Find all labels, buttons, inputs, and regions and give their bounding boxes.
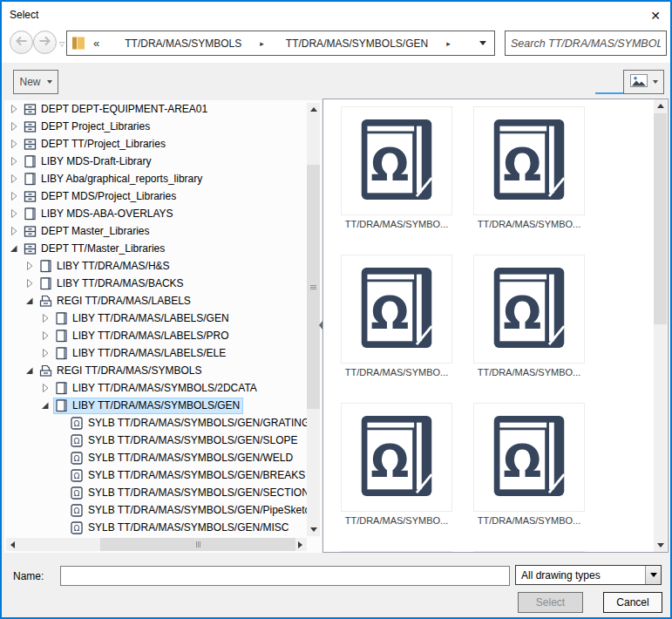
tree-item[interactable]: LIBY MDS-Draft-Library <box>4 153 306 170</box>
tree-item-content[interactable]: ΩSYLB TT/DRA/MAS/SYMBOLS/GEN/PipeSketch <box>70 503 318 518</box>
tree-item[interactable]: DEPT DEPT-EQUIPMENT-AREA01 <box>4 100 306 118</box>
tree-item-content[interactable]: DEPT Project_Libraries <box>23 119 153 134</box>
expander-collapsed-icon[interactable] <box>10 157 20 166</box>
tree-item-content[interactable]: DEPT DEPT-EQUIPMENT-AREA01 <box>23 102 210 117</box>
expander-expanded-icon[interactable] <box>25 366 36 375</box>
breadcrumb-item[interactable]: TT/DRA/MAS/SYMBOLS/GEN <box>284 37 430 50</box>
tree-item-content[interactable]: LIBY Aba/graphical_reports_library <box>23 172 205 187</box>
tree-item-content[interactable]: LIBY TT/DRA/MAS/SYMBOLS/2DCATA <box>54 381 260 396</box>
tree-item[interactable]: LIBY TT/DRA/MAS/H&S <box>4 257 306 275</box>
tree-item-content[interactable]: ΩSYLB TT/DRA/MAS/SYMBOLS/GEN/SECTIONS <box>70 486 319 500</box>
tree-item[interactable]: ΩSYLB TT/DRA/MAS/SYMBOLS/GEN/MISC <box>4 519 306 536</box>
tree-item-content[interactable]: ΩSYLB TT/DRA/MAS/SYMBOLS/GEN/MISC <box>70 520 292 535</box>
expander-collapsed-icon[interactable] <box>41 349 51 357</box>
tree-item-content-selected[interactable]: LIBY TT/DRA/MAS/SYMBOLS/GEN <box>54 398 242 413</box>
tree-item[interactable]: LIBY TT/DRA/MAS/BACKS <box>4 275 306 292</box>
expander-expanded-icon[interactable] <box>25 296 36 305</box>
expander-expanded-icon[interactable] <box>41 401 51 410</box>
file-thumbnail[interactable]: Ω <box>473 403 585 512</box>
tree-item[interactable]: DEPT MDS/Project_Libraries <box>4 187 306 205</box>
tree-item-content[interactable]: DEPT TT/Project_Libraries <box>23 137 168 152</box>
files-vscroll-thumb[interactable] <box>654 113 667 324</box>
breadcrumb-item[interactable]: TT/DRA/MAS/SYMBOLS <box>123 37 243 50</box>
tree-item-content[interactable]: DEPT MDS/Project_Libraries <box>23 189 179 204</box>
tree-item-content[interactable]: REGI TT/DRA/MAS/LABELS <box>38 294 193 309</box>
tree-item[interactable]: ΩSYLB TT/DRA/MAS/SYMBOLS/GEN/WELD <box>4 449 306 466</box>
search-input[interactable] <box>506 31 666 55</box>
tree-item-content[interactable]: ΩSYLB TT/DRA/MAS/SYMBOLS/GEN/GRATING <box>70 416 312 431</box>
combo-dropdown-button[interactable] <box>645 566 661 584</box>
expander-collapsed-icon[interactable] <box>10 174 20 183</box>
scroll-up-icon[interactable] <box>657 104 664 108</box>
back-button[interactable] <box>10 31 33 54</box>
drawing-type-combobox[interactable]: All drawing types <box>515 565 662 585</box>
crumb-separator-icon[interactable]: ▸ <box>446 39 451 48</box>
tree-item[interactable]: LIBY TT/DRA/MAS/LABELS/PRO <box>4 327 306 344</box>
expander-collapsed-icon[interactable] <box>25 262 36 270</box>
tree-item[interactable]: LIBY Aba/graphical_reports_library <box>4 170 306 187</box>
expander-collapsed-icon[interactable] <box>10 105 20 113</box>
select-button[interactable]: Select <box>518 592 583 613</box>
file-thumbnail[interactable]: Ω <box>341 255 452 364</box>
file-thumbnail[interactable]: Ω <box>341 551 452 553</box>
history-dropdown-icon[interactable]: ▽ <box>59 40 64 48</box>
breadcrumb[interactable]: « TT/DRA/MAS/SYMBOLS ▸ TT/DRA/MAS/SYMBOL… <box>66 31 495 56</box>
tree-item-content[interactable]: LIBY TT/DRA/MAS/BACKS <box>38 276 187 291</box>
file-thumbnail[interactable]: Ω <box>473 106 585 215</box>
expander-collapsed-icon[interactable] <box>41 384 51 392</box>
tree-item[interactable]: ΩSYLB TT/DRA/MAS/SYMBOLS/GEN/PipeSketch <box>4 501 306 519</box>
tree-item-content[interactable]: ΩSYLB TT/DRA/MAS/SYMBOLS/GEN/WELD <box>70 451 295 466</box>
tree-horizontal-scrollbar[interactable] <box>6 538 307 551</box>
forward-button[interactable] <box>33 31 57 54</box>
tree-item-content[interactable]: LIBY MDS-ABA-OVERLAYS <box>23 207 176 221</box>
expander-collapsed-icon[interactable] <box>10 209 20 218</box>
file-thumbnail[interactable]: Ω <box>341 106 452 215</box>
expander-collapsed-icon[interactable] <box>10 122 20 131</box>
tree-item[interactable]: LIBY MDS-ABA-OVERLAYS <box>4 205 306 222</box>
tree-item[interactable]: ΩSYLB TT/DRA/MAS/SYMBOLS/GEN/SECTIONS <box>4 484 306 501</box>
scroll-right-icon[interactable] <box>298 541 302 548</box>
tree-item[interactable]: DEPT TT/Project_Libraries <box>4 135 306 153</box>
expander-collapsed-icon[interactable] <box>25 279 36 288</box>
scroll-up-icon[interactable] <box>310 107 317 112</box>
view-mode-button[interactable] <box>623 70 664 94</box>
scroll-down-icon[interactable] <box>657 543 664 548</box>
name-input[interactable] <box>60 566 510 586</box>
tree-item[interactable]: LIBY TT/DRA/MAS/LABELS/GEN <box>4 310 306 327</box>
tree-item-content[interactable]: ΩSYLB TT/DRA/MAS/SYMBOLS/GEN/BREAKS <box>70 468 308 483</box>
tree-hscroll-thumb[interactable] <box>100 538 295 551</box>
files-vertical-scrollbar[interactable] <box>654 99 667 552</box>
new-button[interactable]: New <box>13 70 58 94</box>
tree-item-content[interactable]: DEPT TT/Master_Libraries <box>23 241 167 256</box>
tree-item-content[interactable]: LIBY TT/DRA/MAS/LABELS/PRO <box>54 329 232 344</box>
tree-item[interactable]: ΩSYLB TT/DRA/MAS/SYMBOLS/GEN/SLOPE <box>4 432 306 449</box>
expander-collapsed-icon[interactable] <box>41 331 51 340</box>
file-thumbnail[interactable]: Ω <box>473 551 585 553</box>
expander-expanded-icon[interactable] <box>10 244 20 253</box>
tree-item[interactable]: REGI TT/DRA/MAS/LABELS <box>4 292 306 310</box>
tree-item[interactable]: ΩSYLB TT/DRA/MAS/SYMBOLS/GEN/GRATING <box>4 414 306 432</box>
tree-item-content[interactable]: LIBY MDS-Draft-Library <box>23 154 153 169</box>
breadcrumb-overflow-icon[interactable]: « <box>93 37 99 50</box>
tree-item-content[interactable]: DEPT Master_Libraries <box>23 224 153 239</box>
tree-item[interactable]: REGI TT/DRA/MAS/SYMBOLS <box>4 362 306 379</box>
tree-item[interactable]: DEPT TT/Master_Libraries <box>4 240 306 257</box>
tree-item[interactable]: ΩSYLB TT/DRA/MAS/SYMBOLS/GEN/BREAKS <box>4 466 306 484</box>
tree-item-content[interactable]: LIBY TT/DRA/MAS/LABELS/ELE <box>54 346 228 361</box>
cancel-button[interactable]: Cancel <box>603 592 662 613</box>
expander-collapsed-icon[interactable] <box>10 139 20 148</box>
file-thumbnail[interactable]: Ω <box>473 255 585 364</box>
scroll-down-icon[interactable] <box>310 527 317 532</box>
tree-item-content[interactable]: ΩSYLB TT/DRA/MAS/SYMBOLS/GEN/SLOPE <box>70 433 301 448</box>
tree-item-content[interactable]: LIBY TT/DRA/MAS/H&S <box>38 259 173 274</box>
crumb-separator-icon[interactable]: ▸ <box>260 39 264 48</box>
close-icon[interactable]: ✕ <box>646 6 665 25</box>
tree-vertical-scrollbar[interactable] <box>307 103 320 536</box>
tree-item[interactable]: LIBY TT/DRA/MAS/SYMBOLS/GEN <box>4 397 306 414</box>
tree-item[interactable]: LIBY TT/DRA/MAS/SYMBOLS/2DCATA <box>4 379 306 397</box>
expander-collapsed-icon[interactable] <box>10 227 20 235</box>
tree-item-content[interactable]: REGI TT/DRA/MAS/SYMBOLS <box>38 364 204 378</box>
expander-collapsed-icon[interactable] <box>41 314 51 323</box>
expander-collapsed-icon[interactable] <box>10 192 20 201</box>
tree-item[interactable]: LIBY TT/DRA/MAS/LABELS/ELE <box>4 344 306 362</box>
